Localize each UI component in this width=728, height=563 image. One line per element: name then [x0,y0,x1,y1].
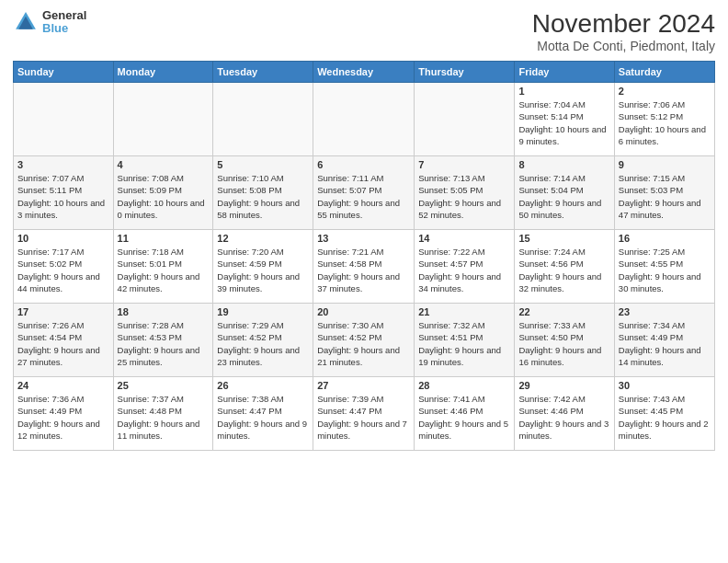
day-info: Sunrise: 7:07 AM Sunset: 5:11 PM Dayligh… [17,172,109,221]
day-number: 13 [317,233,410,244]
day-info: Sunrise: 7:14 AM Sunset: 5:04 PM Dayligh… [518,172,609,221]
day-number: 30 [619,380,711,391]
day-number: 25 [118,380,210,391]
calendar-day-cell [415,83,515,156]
day-number: 3 [17,159,109,170]
day-info: Sunrise: 7:06 AM Sunset: 5:12 PM Dayligh… [619,98,711,147]
calendar-day-cell: 5Sunrise: 7:10 AM Sunset: 5:08 PM Daylig… [213,156,313,230]
day-number: 1 [518,86,609,97]
calendar-week-row: 24Sunrise: 7:36 AM Sunset: 4:49 PM Dayli… [14,377,715,451]
day-number: 16 [619,233,711,244]
day-number: 2 [619,86,711,97]
calendar-day-cell [213,83,313,156]
calendar-day-cell: 26Sunrise: 7:38 AM Sunset: 4:47 PM Dayli… [213,377,313,451]
title-block: November 2024 Motta De Conti, Piedmont, … [532,9,715,53]
day-number: 23 [619,306,711,317]
day-info: Sunrise: 7:22 AM Sunset: 4:57 PM Dayligh… [418,246,510,294]
weekday-header: Sunday [14,62,114,83]
calendar-week-row: 1Sunrise: 7:04 AM Sunset: 5:14 PM Daylig… [14,83,715,156]
day-info: Sunrise: 7:43 AM Sunset: 4:45 PM Dayligh… [619,393,711,442]
calendar-day-cell: 16Sunrise: 7:25 AM Sunset: 4:55 PM Dayli… [614,230,714,304]
calendar-day-cell: 27Sunrise: 7:39 AM Sunset: 4:47 PM Dayli… [313,377,415,451]
calendar-day-cell: 13Sunrise: 7:21 AM Sunset: 4:58 PM Dayli… [313,230,415,304]
calendar-header: SundayMondayTuesdayWednesdayThursdayFrid… [14,62,715,83]
calendar-day-cell [14,83,114,156]
day-number: 8 [518,159,609,170]
day-number: 17 [17,306,109,317]
calendar-day-cell: 4Sunrise: 7:08 AM Sunset: 5:09 PM Daylig… [113,156,213,230]
page: General Blue November 2024 Motta De Cont… [0,0,728,563]
day-info: Sunrise: 7:28 AM Sunset: 4:53 PM Dayligh… [118,319,210,368]
day-number: 4 [118,159,210,170]
header: General Blue November 2024 Motta De Cont… [13,9,715,53]
day-info: Sunrise: 7:24 AM Sunset: 4:56 PM Dayligh… [518,246,609,294]
day-number: 7 [418,159,510,170]
calendar-table: SundayMondayTuesdayWednesdayThursdayFrid… [13,61,715,451]
calendar-day-cell: 25Sunrise: 7:37 AM Sunset: 4:48 PM Dayli… [113,377,213,451]
day-info: Sunrise: 7:39 AM Sunset: 4:47 PM Dayligh… [317,393,410,442]
logo-line2: Blue [42,22,86,35]
day-number: 29 [518,380,609,391]
day-number: 19 [217,306,309,317]
weekday-header: Wednesday [313,62,415,83]
calendar-day-cell [113,83,213,156]
day-info: Sunrise: 7:37 AM Sunset: 4:48 PM Dayligh… [118,393,210,442]
logo-text: General Blue [42,9,86,36]
weekday-header: Friday [515,62,614,83]
day-info: Sunrise: 7:20 AM Sunset: 4:59 PM Dayligh… [217,246,309,294]
day-number: 12 [217,233,309,244]
calendar-day-cell: 24Sunrise: 7:36 AM Sunset: 4:49 PM Dayli… [14,377,114,451]
day-number: 11 [118,233,210,244]
calendar-day-cell: 17Sunrise: 7:26 AM Sunset: 4:54 PM Dayli… [14,304,114,377]
calendar-day-cell: 20Sunrise: 7:30 AM Sunset: 4:52 PM Dayli… [313,304,415,377]
day-number: 18 [118,306,210,317]
calendar-day-cell: 23Sunrise: 7:34 AM Sunset: 4:49 PM Dayli… [614,304,714,377]
calendar-subtitle: Motta De Conti, Piedmont, Italy [532,39,715,53]
day-number: 15 [518,233,609,244]
calendar-day-cell: 18Sunrise: 7:28 AM Sunset: 4:53 PM Dayli… [113,304,213,377]
day-info: Sunrise: 7:21 AM Sunset: 4:58 PM Dayligh… [317,246,410,294]
calendar-week-row: 17Sunrise: 7:26 AM Sunset: 4:54 PM Dayli… [14,304,715,377]
weekday-header: Saturday [614,62,714,83]
calendar-week-row: 3Sunrise: 7:07 AM Sunset: 5:11 PM Daylig… [14,156,715,230]
day-number: 21 [418,306,510,317]
weekday-header: Thursday [415,62,515,83]
day-number: 6 [317,159,410,170]
calendar-day-cell: 6Sunrise: 7:11 AM Sunset: 5:07 PM Daylig… [313,156,415,230]
calendar-day-cell: 22Sunrise: 7:33 AM Sunset: 4:50 PM Dayli… [515,304,614,377]
logo-line1: General [42,9,86,22]
calendar-day-cell: 28Sunrise: 7:41 AM Sunset: 4:46 PM Dayli… [415,377,515,451]
calendar-day-cell: 19Sunrise: 7:29 AM Sunset: 4:52 PM Dayli… [213,304,313,377]
calendar-day-cell [313,83,415,156]
calendar-day-cell: 11Sunrise: 7:18 AM Sunset: 5:01 PM Dayli… [113,230,213,304]
logo-icon [13,9,39,35]
calendar-day-cell: 12Sunrise: 7:20 AM Sunset: 4:59 PM Dayli… [213,230,313,304]
day-info: Sunrise: 7:08 AM Sunset: 5:09 PM Dayligh… [118,172,210,221]
calendar-day-cell: 14Sunrise: 7:22 AM Sunset: 4:57 PM Dayli… [415,230,515,304]
calendar-day-cell: 15Sunrise: 7:24 AM Sunset: 4:56 PM Dayli… [515,230,614,304]
day-info: Sunrise: 7:18 AM Sunset: 5:01 PM Dayligh… [118,246,210,294]
weekday-header: Monday [113,62,213,83]
day-number: 27 [317,380,410,391]
day-info: Sunrise: 7:26 AM Sunset: 4:54 PM Dayligh… [17,319,109,368]
day-number: 28 [418,380,510,391]
day-info: Sunrise: 7:42 AM Sunset: 4:46 PM Dayligh… [518,393,609,442]
day-info: Sunrise: 7:30 AM Sunset: 4:52 PM Dayligh… [317,319,410,368]
day-number: 22 [518,306,609,317]
day-info: Sunrise: 7:29 AM Sunset: 4:52 PM Dayligh… [217,319,309,368]
day-info: Sunrise: 7:17 AM Sunset: 5:02 PM Dayligh… [17,246,109,294]
day-info: Sunrise: 7:25 AM Sunset: 4:55 PM Dayligh… [619,246,711,294]
day-info: Sunrise: 7:34 AM Sunset: 4:49 PM Dayligh… [619,319,711,368]
calendar-day-cell: 30Sunrise: 7:43 AM Sunset: 4:45 PM Dayli… [614,377,714,451]
calendar-day-cell: 10Sunrise: 7:17 AM Sunset: 5:02 PM Dayli… [14,230,114,304]
calendar-day-cell: 21Sunrise: 7:32 AM Sunset: 4:51 PM Dayli… [415,304,515,377]
logo: General Blue [13,9,86,36]
day-info: Sunrise: 7:41 AM Sunset: 4:46 PM Dayligh… [418,393,510,442]
day-number: 26 [217,380,309,391]
day-number: 20 [317,306,410,317]
calendar-day-cell: 29Sunrise: 7:42 AM Sunset: 4:46 PM Dayli… [515,377,614,451]
day-number: 10 [17,233,109,244]
day-info: Sunrise: 7:10 AM Sunset: 5:08 PM Dayligh… [217,172,309,221]
calendar-week-row: 10Sunrise: 7:17 AM Sunset: 5:02 PM Dayli… [14,230,715,304]
calendar-day-cell: 9Sunrise: 7:15 AM Sunset: 5:03 PM Daylig… [614,156,714,230]
